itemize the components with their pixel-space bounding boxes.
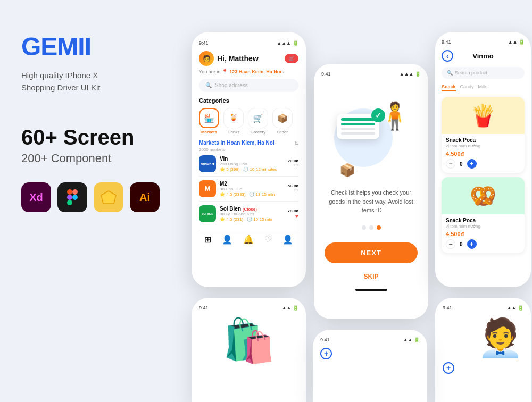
phone2-status: 9:41 ▲▲▲ 🔋 bbox=[314, 64, 428, 82]
nav-bell[interactable]: 🔔 bbox=[243, 234, 254, 245]
cat-grocery-icon: 🛒 bbox=[248, 108, 268, 128]
tool-xd: Xd bbox=[21, 182, 51, 212]
phone-bottom-center: 9:41 ▲▲ 🔋 + bbox=[313, 330, 427, 402]
phone-main-shopping: 9:41 ▲▲▲ 🔋 🧑 Hi, Matthew 🛒 You are in 📍 … bbox=[192, 32, 306, 287]
product-details-1: Snack Poca vị tôm hùm nướng 4.500đ − 0 + bbox=[442, 134, 525, 173]
market-card-soibien[interactable]: SOI BIEN Soi Bien (Close) 88 Ly Thuong K… bbox=[199, 205, 298, 226]
greeting-row: 🧑 Hi, Matthew 🛒 bbox=[199, 51, 298, 66]
time-4: 9:41 bbox=[199, 305, 209, 311]
qty-val-2: 0 bbox=[460, 241, 463, 247]
time-6: 9:41 bbox=[320, 337, 330, 342]
status-bar-3: 9:41 ▲▲ 🔋 bbox=[442, 39, 525, 45]
cat-other[interactable]: 📦 Other bbox=[272, 108, 293, 135]
market-card-m2[interactable]: M M2 98 Pho Hue ⭐ 4.5 (2393) 🕐 13-15 min… bbox=[199, 180, 298, 202]
qty-increase-2[interactable]: + bbox=[467, 239, 477, 249]
skip-button[interactable]: SKIP bbox=[325, 269, 418, 284]
cat-other-label: Other bbox=[277, 130, 288, 135]
filter-snack[interactable]: Snack bbox=[442, 83, 456, 91]
dot-1 bbox=[362, 225, 366, 230]
markets-count: 2000 markets bbox=[199, 147, 298, 152]
location-row: You are in 📍 123 Haan Kiem, Ha Noi › bbox=[199, 69, 298, 74]
back-button[interactable]: ‹ bbox=[442, 50, 453, 62]
nav-heart[interactable]: ♡ bbox=[264, 234, 272, 245]
progress-dots bbox=[362, 225, 381, 230]
dot-2 bbox=[369, 225, 373, 230]
back-btn-6[interactable]: + bbox=[320, 348, 332, 359]
cat-grocery-label: Grocery bbox=[251, 130, 265, 135]
product-name-1: Snack Poca bbox=[446, 137, 520, 143]
product-name-2: Snack Poca bbox=[446, 217, 520, 223]
product-search[interactable]: 🔍 Search product bbox=[442, 67, 525, 79]
phone-checklist: 9:41 ▲▲▲ 🔋 ✓ 🧍 bbox=[314, 64, 428, 319]
checklist-description: Checklist helps you check your goods in … bbox=[325, 188, 418, 215]
tagline-line2: Shopping Driver UI Kit bbox=[21, 83, 100, 92]
phone2-content: ✓ 🧍 📦 Checklist helps you check your goo… bbox=[314, 82, 428, 319]
tools-row: Xd Ai bbox=[21, 182, 170, 212]
market-card-vin[interactable]: VinMart Vin 238 Hang Dao ⭐ 5 (398) 🕐 10-… bbox=[199, 155, 298, 177]
cat-markets-label: Markets bbox=[201, 130, 217, 135]
next-button[interactable]: NEXT bbox=[325, 242, 418, 263]
status-bar-4: 9:41 ▲▲ 🔋 bbox=[199, 305, 298, 311]
product-img-2: 🥨 bbox=[442, 177, 525, 214]
left-panel: GEMII High quality IPhone X Shopping Dri… bbox=[21, 32, 170, 212]
search-placeholder: Shop address bbox=[215, 82, 248, 88]
cat-grocery[interactable]: 🛒 Grocery bbox=[248, 108, 268, 135]
status-icons-1: ▲▲▲ 🔋 bbox=[277, 40, 298, 46]
product-sub-1: vị tôm hùm nướng bbox=[446, 144, 520, 148]
market-logo-soibien: SOI BIEN bbox=[199, 205, 216, 222]
delivery-illustration: 🧍 bbox=[378, 100, 411, 131]
dot-3-active bbox=[377, 225, 381, 230]
add-button-bottom[interactable]: + bbox=[443, 362, 454, 374]
markets-section-title: Markets in Hoan Kiem, Ha Noi bbox=[199, 140, 275, 146]
location-prefix: You are in bbox=[199, 69, 220, 74]
market-info-vin: Vin 238 Hang Dao ⭐ 5 (398) 🕐 10-12 minut… bbox=[220, 156, 284, 172]
tool-ai: Ai bbox=[130, 182, 160, 212]
component-count: 200+ Component bbox=[21, 152, 170, 165]
tagline: High quality IPhone X Shopping Driver UI… bbox=[21, 70, 170, 94]
location-link[interactable]: 123 Haan Kiem, Ha Noi bbox=[229, 69, 281, 74]
phone-product-store: 9:41 ▲▲ 🔋 ‹ Vinmo 🔍 Search product Snack… bbox=[435, 32, 531, 287]
qty-val-1: 0 bbox=[460, 161, 463, 167]
checklist-header: + bbox=[320, 348, 420, 359]
product-img-1: 🍟 bbox=[442, 97, 525, 134]
qty-decrease-2[interactable]: − bbox=[446, 239, 455, 249]
product-card-1[interactable]: 🍟 Snack Poca vị tôm hùm nướng 4.500đ − 0… bbox=[442, 97, 525, 173]
search-bar[interactable]: 🔍 Shop address bbox=[199, 79, 298, 92]
store-header: ‹ Vinmo bbox=[442, 50, 525, 62]
shopping-illustration: 🛍️ bbox=[199, 316, 298, 366]
nav-home[interactable]: ⊞ bbox=[204, 234, 211, 245]
product-card-2[interactable]: 🥨 Snack Poca vị tôm hùm nướng 4.500đ − 0… bbox=[442, 177, 525, 253]
qty-decrease-1[interactable]: − bbox=[446, 159, 455, 169]
search-product-icon: 🔍 bbox=[447, 70, 453, 76]
qty-increase-1[interactable]: + bbox=[467, 159, 477, 169]
categories-row: 🏪 Markets 🍹 Drinks 🛒 Grocery 📦 Other bbox=[199, 108, 298, 135]
time-2: 9:41 bbox=[321, 71, 331, 77]
market-logo-m2: M bbox=[199, 180, 216, 197]
filter-candy[interactable]: Candy bbox=[460, 83, 474, 91]
svg-rect-1 bbox=[72, 189, 78, 195]
notification-button[interactable]: 🛒 bbox=[285, 54, 298, 63]
status-bar-1: 9:41 ▲▲▲ 🔋 bbox=[199, 40, 298, 46]
svg-rect-2 bbox=[67, 195, 72, 200]
cat-markets-icon: 🏪 bbox=[199, 108, 219, 128]
search-product-placeholder: Search product bbox=[455, 70, 487, 76]
time-1: 9:41 bbox=[199, 40, 209, 46]
categories-title: Categories bbox=[199, 97, 298, 104]
market-dist-m2: 560m ♡ bbox=[288, 183, 298, 194]
svg-rect-0 bbox=[67, 189, 72, 195]
phone-bottom-left: 9:41 ▲▲ 🔋 🛍️ bbox=[192, 298, 306, 402]
nav-user[interactable]: 👤 bbox=[282, 234, 293, 245]
time-3: 9:41 bbox=[442, 39, 451, 45]
market-info-soibien: Soi Bien (Close) 88 Ly Thuong Kiet ⭐ 4.5… bbox=[220, 206, 284, 222]
nav-profile[interactable]: 👤 bbox=[222, 234, 232, 245]
bottom-nav: ⊞ 👤 🔔 ♡ 👤 bbox=[199, 230, 298, 245]
cat-markets[interactable]: 🏪 Markets bbox=[199, 108, 219, 135]
product-price-2: 4.500đ bbox=[446, 231, 520, 237]
greeting-left: 🧑 Hi, Matthew bbox=[199, 51, 259, 66]
cat-drinks-label: Drinks bbox=[228, 130, 240, 135]
cat-drinks[interactable]: 🍹 Drinks bbox=[223, 108, 244, 135]
tagline-line1: High quality IPhone X bbox=[21, 71, 98, 80]
store-name: Vinmo bbox=[472, 52, 494, 60]
filter-milk[interactable]: Milk bbox=[478, 83, 487, 91]
checklist-illustration: ✓ 🧍 📦 bbox=[329, 98, 414, 183]
